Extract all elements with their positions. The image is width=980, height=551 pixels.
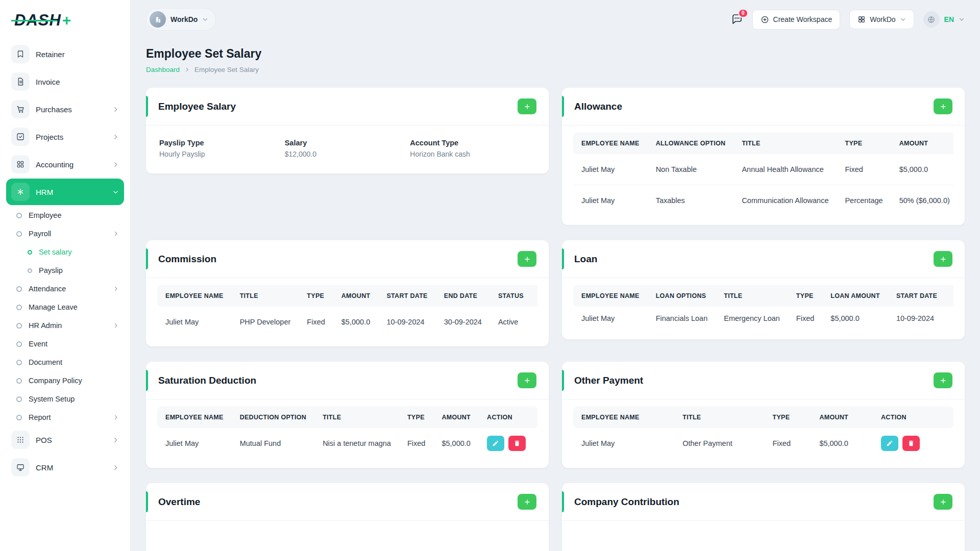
cell-action [873,428,953,459]
sidebar-item-crm[interactable]: CRM [6,454,124,481]
field-value: Hourly Payslip [159,150,285,158]
delete-button[interactable] [508,436,526,451]
sidebar-item-invoice[interactable]: Invoice [6,68,124,95]
sidebar-item-projects[interactable]: Projects [6,123,124,150]
messages-button[interactable]: 0 [731,13,743,26]
sidebar: DASH + Retainer Invoice Purchases [0,0,131,551]
projects-icon [11,128,30,146]
chevron-down-icon [900,16,906,22]
app-switcher-button[interactable]: WorkDo [849,10,914,29]
cell-title: PHP Developer [232,307,299,337]
sidebar-item-report[interactable]: Report [6,408,124,427]
add-commission-button[interactable] [518,251,536,267]
cell-type: Fixed [299,307,333,337]
sidebar-item-event[interactable]: Event [6,335,124,353]
workspace-name: WorkDo [170,15,198,23]
chevron-right-icon [112,161,119,168]
cell-amount: $5,000.0 [433,428,479,459]
sidebar-item-retainer[interactable]: Retainer [6,41,124,67]
create-workspace-label: Create Workspace [773,15,832,23]
sidebar-item-employee[interactable]: Employee [6,206,124,224]
breadcrumb-dashboard-link[interactable]: Dashboard [146,66,180,73]
card-header: Saturation Deduction [146,362,549,399]
sidebar-item-accounting[interactable]: Accounting [6,151,124,178]
commission-table: EMPLOYEE NAME TITLE TYPE AMOUNT START DA… [157,285,537,337]
sidebar-item-hrm[interactable]: HRM [6,179,124,205]
add-employee-salary-button[interactable] [518,98,536,114]
language-selector[interactable]: EN [923,11,965,28]
chevron-right-icon [113,286,119,292]
card-body: EMPLOYEE NAME ALLOWANCE OPTION TITLE TYP… [562,126,965,225]
create-workspace-button[interactable]: Create Workspace [752,10,841,30]
accounting-icon [11,155,30,173]
brand-logo[interactable]: DASH + [6,0,124,41]
cell-type: Fixed [765,428,812,459]
column-header: END DATE [945,285,953,307]
cell-title: Annual Health Allowance [733,154,837,185]
cell-start-date: 10-09-2024 [378,307,435,337]
field-value: Horizon Bank cash [410,150,535,158]
bullet-icon [16,396,22,402]
card-body [562,521,965,551]
bullet-icon [16,360,22,365]
add-other-payment-button[interactable] [934,372,952,388]
messages-badge: 0 [738,9,748,18]
chevron-down-icon [202,16,208,22]
card-saturation-deduction: Saturation Deduction EMPLOYEE NAME [146,362,549,468]
column-header: EMPLOYEE NAME [573,133,648,154]
chevron-down-icon [112,189,119,195]
add-overtime-button[interactable] [518,494,536,510]
field-salary: Salary $12,000.0 [285,139,410,158]
sidebar-item-label: POS [36,436,52,444]
bullet-icon [16,341,22,347]
card-body: EMPLOYEE NAME TITLE TYPE AMOUNT START DA… [146,278,549,346]
column-header: ACTION [873,407,953,428]
app-root: DASH + Retainer Invoice Purchases [0,0,980,551]
sidebar-item-payroll[interactable]: Payroll [6,224,124,243]
edit-button[interactable] [881,436,898,451]
retainer-icon [11,45,30,63]
add-saturation-deduction-button[interactable] [518,372,536,388]
card-body: EMPLOYEE NAME LOAN OPTIONS TITLE TYPE LO… [562,278,965,339]
topbar: WorkDo 0 Create Workspace [131,0,980,39]
page-title: Employee Set Salary [146,47,965,61]
delete-button[interactable] [902,436,920,451]
language-label: EN [944,15,954,23]
employee-salary-fields: Payslip Type Hourly Payslip Salary $12,0… [146,126,549,173]
sidebar-item-payslip[interactable]: Payslip [6,261,124,280]
card-header: Employee Salary [146,88,549,126]
other-payment-table: EMPLOYEE NAME TITLE TYPE AMOUNT ACTION [573,407,953,459]
sidebar-item-document[interactable]: Document [6,353,124,371]
bullet-icon [16,231,22,237]
card-loan: Loan EMPLOYEE NAME LOAN OPTIONS [562,240,965,339]
sidebar-item-company-policy[interactable]: Company Policy [6,371,124,390]
edit-button[interactable] [487,436,504,451]
sidebar-item-hr-admin[interactable]: HR Admin [6,316,124,335]
sidebar-item-manage-leave[interactable]: Manage Leave [6,298,124,316]
field-label: Salary [285,139,410,147]
chevron-right-icon [184,67,190,72]
sidebar-item-attendance[interactable]: Attendance [6,280,124,298]
card-title: Commission [158,254,216,265]
sidebar-item-set-salary[interactable]: Set salary [6,243,124,261]
cell-deduction-option: Mutual Fund [232,428,315,459]
field-label: Account Type [410,139,535,147]
column-header: END DATE [436,285,490,307]
sidebar-item-label: Manage Leave [29,303,78,311]
cell-start-date: 10-09-2024 [888,307,945,330]
sidebar-item-pos[interactable]: POS [6,427,124,453]
pos-icon [11,431,30,449]
cell-employee-name: Juliet May [573,307,648,330]
add-company-contribution-button[interactable] [934,494,952,510]
add-loan-button[interactable] [934,251,952,267]
sidebar-item-system-setup[interactable]: System Setup [6,390,124,408]
cell-allowance-option: Taxables [648,185,734,216]
column-header: TYPE [837,133,891,154]
sidebar-item-label: Invoice [36,78,60,86]
bullet-icon [28,268,32,273]
sidebar-item-purchases[interactable]: Purchases [6,96,124,122]
add-allowance-button[interactable] [934,98,952,114]
workspace-switcher[interactable]: WorkDo [146,8,216,31]
sidebar-nav: Retainer Invoice Purchases Projects [6,41,124,481]
column-header: EMPLOYEE NAME [573,285,648,307]
